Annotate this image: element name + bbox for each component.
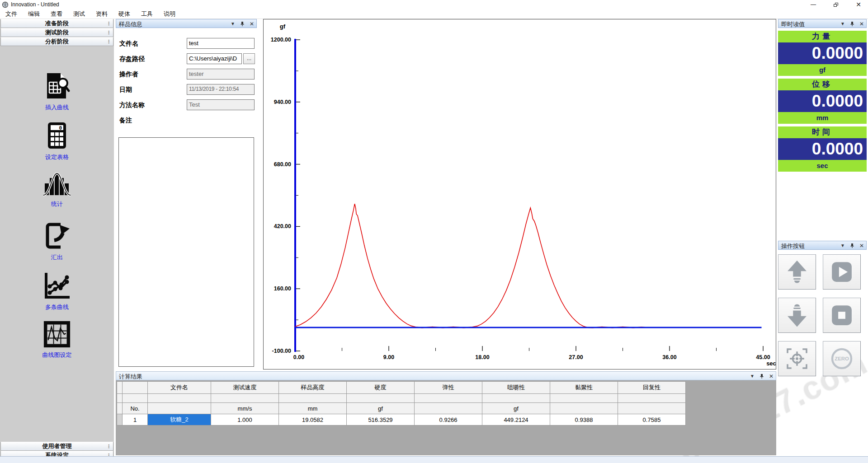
jog-down-button[interactable] bbox=[778, 298, 816, 333]
operation-buttons-caption: 操作按钮 ▼ ✕ bbox=[778, 241, 867, 250]
pin-icon[interactable] bbox=[849, 243, 855, 248]
tool-insert-curve[interactable]: 插入曲线 bbox=[0, 71, 114, 112]
dropdown-arrow-icon[interactable]: ▼ bbox=[840, 243, 845, 249]
left-sidebar: 准备阶段⋮ 测试阶段⋮ 分析阶段⋮ 插入曲线 bbox=[0, 19, 114, 456]
window-title: Innovation - Untitled bbox=[11, 1, 59, 8]
svg-text:gf: gf bbox=[280, 23, 286, 30]
tool-set-table[interactable]: 0 设定表格 bbox=[0, 121, 114, 161]
unit-cell: mm/s bbox=[211, 403, 279, 414]
tool-multi-curve[interactable]: 多条曲线 bbox=[0, 271, 114, 311]
time-readout: 时间 0.0000 sec bbox=[778, 126, 867, 172]
realtime-readout-panel: 即时读值 ▼ ✕ 力量 0.0000 gf 位移 0.0000 mm 时间 0.… bbox=[778, 19, 867, 172]
menu-file[interactable]: 文件 bbox=[0, 9, 23, 19]
method-name-label: 方法名称 bbox=[119, 101, 145, 109]
operator-input: tester bbox=[187, 69, 255, 80]
menu-edit[interactable]: 编辑 bbox=[23, 9, 45, 19]
col-chewiness[interactable]: 咀嚼性 bbox=[482, 382, 550, 394]
svg-text:0.00: 0.00 bbox=[293, 354, 304, 360]
close-panel-icon[interactable]: ✕ bbox=[250, 21, 254, 27]
grip-dots-icon: ⋮ bbox=[106, 38, 111, 45]
chewiness-cell[interactable]: 449.2124 bbox=[482, 414, 550, 426]
displacement-readout: 位移 0.0000 mm bbox=[778, 79, 867, 124]
sidebar-tab-prepare[interactable]: 准备阶段⋮ bbox=[0, 19, 113, 28]
start-button[interactable] bbox=[823, 254, 861, 290]
tool-chart-settings[interactable]: 曲线图设定 bbox=[0, 321, 114, 359]
date-label: 日期 bbox=[119, 86, 132, 94]
force-readout: 力量 0.0000 gf bbox=[778, 31, 867, 76]
menu-help[interactable]: 说明 bbox=[158, 9, 181, 19]
filename-cell-selected[interactable]: 软糖_2 bbox=[148, 414, 211, 426]
springiness-cell[interactable]: 0.9266 bbox=[415, 414, 482, 426]
time-value: 0.0000 bbox=[778, 138, 867, 160]
col-cohesiveness[interactable]: 黏聚性 bbox=[550, 382, 618, 394]
return-origin-button[interactable] bbox=[778, 341, 816, 376]
pin-icon[interactable] bbox=[759, 374, 764, 379]
time-unit: sec bbox=[778, 160, 867, 172]
menu-test[interactable]: 测试 bbox=[68, 9, 90, 19]
results-table[interactable]: 文件名 测试速度 样品高度 硬度 弹性 咀嚼性 黏聚性 回复性 No. mm/s… bbox=[117, 381, 686, 426]
sidebar-tab-testing[interactable]: 测试阶段⋮ bbox=[0, 28, 113, 37]
force-time-chart[interactable]: gf1200.00940.00680.00420.00160.00-100.00… bbox=[264, 19, 776, 369]
zero-button[interactable]: ZERO bbox=[823, 341, 861, 376]
close-button[interactable]: ✕ bbox=[853, 1, 864, 8]
dropdown-arrow-icon[interactable]: ▼ bbox=[840, 21, 845, 27]
col-resilience[interactable]: 回复性 bbox=[618, 382, 686, 394]
panel-title: 计算结果 bbox=[119, 373, 142, 380]
close-panel-icon[interactable]: ✕ bbox=[769, 373, 774, 379]
col-hardness[interactable]: 硬度 bbox=[347, 382, 415, 394]
remark-textarea[interactable] bbox=[118, 137, 254, 367]
tool-label: 汇出 bbox=[0, 253, 114, 262]
jog-up-button[interactable] bbox=[778, 254, 816, 290]
chart-panel: gf1200.00940.00680.00420.00160.00-100.00… bbox=[263, 19, 776, 369]
unit-cell: mm bbox=[279, 403, 347, 414]
insert-curve-icon bbox=[42, 71, 71, 100]
table-empty-row bbox=[117, 394, 686, 403]
menu-tools[interactable]: 工具 bbox=[136, 9, 158, 19]
sidebar-tab-label: 准备阶段 bbox=[45, 20, 69, 27]
panel-title: 样品信息 bbox=[119, 21, 142, 28]
save-path-input[interactable]: C:\Users\aiyaziji\D bbox=[187, 53, 242, 64]
sidebar-tab-analysis[interactable]: 分析阶段⋮ bbox=[0, 37, 113, 46]
restore-button[interactable] bbox=[830, 1, 842, 8]
filename-input[interactable]: test bbox=[187, 38, 255, 49]
svg-text:27.00: 27.00 bbox=[569, 354, 583, 360]
col-test-speed[interactable]: 测试速度 bbox=[211, 382, 279, 394]
browse-button[interactable]: ... bbox=[243, 53, 255, 64]
time-label: 时间 bbox=[778, 126, 867, 138]
menu-view[interactable]: 查看 bbox=[45, 9, 68, 19]
close-panel-icon[interactable]: ✕ bbox=[859, 21, 864, 27]
tool-label: 设定表格 bbox=[0, 153, 114, 161]
application-window: chem17.com chem17.com Innovation - Untit… bbox=[0, 0, 868, 463]
close-panel-icon[interactable]: ✕ bbox=[859, 243, 864, 249]
menu-bar: 文件 编辑 查看 测试 资料 硬体 工具 说明 bbox=[0, 9, 868, 19]
col-sample-height[interactable]: 样品高度 bbox=[279, 382, 347, 394]
test-speed-cell[interactable]: 1.000 bbox=[211, 414, 279, 426]
tool-export[interactable]: 汇出 bbox=[0, 221, 114, 262]
minimize-button[interactable]: — bbox=[807, 1, 819, 8]
sidebar-tab-user-management[interactable]: 使用者管理⋮ bbox=[0, 442, 113, 451]
resilience-cell[interactable]: 0.7585 bbox=[618, 414, 686, 426]
pin-icon[interactable] bbox=[240, 21, 245, 27]
table-row[interactable]: 1 软糖_2 1.000 19.0582 516.3529 0.9266 449… bbox=[117, 414, 686, 426]
col-filename[interactable]: 文件名 bbox=[148, 382, 211, 394]
statistics-icon bbox=[42, 172, 71, 197]
hardness-cell[interactable]: 516.3529 bbox=[347, 414, 415, 426]
grip-dots-icon: ⋮ bbox=[106, 20, 111, 27]
menu-data[interactable]: 资料 bbox=[90, 9, 113, 19]
dropdown-arrow-icon[interactable]: ▼ bbox=[231, 21, 235, 27]
pin-icon[interactable] bbox=[849, 21, 855, 27]
dropdown-arrow-icon[interactable]: ▼ bbox=[750, 373, 755, 379]
stop-button[interactable] bbox=[823, 298, 861, 333]
col-springiness[interactable]: 弹性 bbox=[415, 382, 482, 394]
panel-title: 即时读值 bbox=[781, 21, 805, 28]
menu-hardware[interactable]: 硬体 bbox=[113, 9, 136, 19]
cohesiveness-cell[interactable]: 0.9388 bbox=[550, 414, 618, 426]
tool-label: 统计 bbox=[0, 200, 114, 208]
filename-label: 文件名 bbox=[119, 40, 138, 48]
tool-statistics[interactable]: 统计 bbox=[0, 172, 114, 208]
displacement-unit: mm bbox=[778, 112, 867, 124]
operation-buttons-panel: 操作按钮 ▼ ✕ bbox=[778, 241, 867, 376]
remark-label: 备注 bbox=[119, 117, 132, 125]
sample-height-cell[interactable]: 19.0582 bbox=[279, 414, 347, 426]
unit-cell: gf bbox=[482, 403, 550, 414]
